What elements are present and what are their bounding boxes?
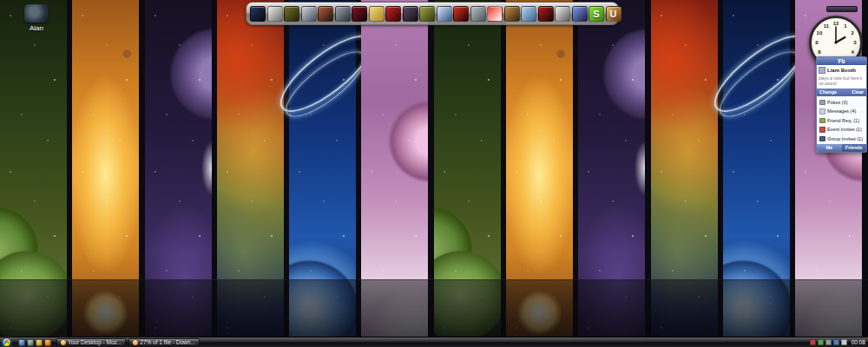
desktop-shortcut-alan[interactable]: Alan <box>14 4 59 32</box>
clock-numeral: 2 <box>851 30 853 36</box>
dock-icon-assassins-creed[interactable] <box>267 6 283 22</box>
change-button[interactable]: Change <box>819 89 837 95</box>
taskbar-window-button[interactable]: 27% of 1 file - Down... <box>128 338 200 347</box>
facebook-item-label: Event Invites (1) <box>827 127 862 132</box>
facebook-user-name: Liam Booth <box>827 68 856 73</box>
friend-icon <box>819 118 825 124</box>
shortcut-icon <box>24 4 49 23</box>
dock-icon-oblivion[interactable] <box>504 6 520 22</box>
firefox-icon <box>133 340 138 345</box>
system-tray: 00:08 <box>810 339 868 345</box>
group-icon <box>819 136 825 142</box>
taskbar: Your Desktop - Moz...27% of 1 file - Dow… <box>0 337 868 347</box>
taskbar-window-title: Your Desktop - Moz... <box>68 339 122 345</box>
facebook-list-item[interactable]: Friend Req. (1) <box>817 116 866 126</box>
quick-launch <box>18 339 51 346</box>
tab-friends[interactable]: Friends <box>842 144 867 152</box>
show-desktop-icon[interactable] <box>18 339 25 346</box>
taskbar-window-title: 27% of 1 file - Down... <box>140 339 195 345</box>
clock-numeral: 4 <box>851 49 853 55</box>
tray-volume-icon[interactable] <box>841 339 847 345</box>
facebook-list-item[interactable]: Event Invites (1) <box>817 125 866 134</box>
facebook-item-label: Friend Req. (1) <box>827 118 859 123</box>
dock-icon-mirrors-edge[interactable] <box>487 6 503 22</box>
avatar <box>819 67 825 74</box>
clock-numeral: 1 <box>844 23 846 29</box>
wallpaper-reflection <box>0 279 868 337</box>
facebook-list-item[interactable]: Group Invites (1) <box>817 134 866 144</box>
taskbar-windows: Your Desktop - Moz...27% of 1 file - Dow… <box>56 338 200 347</box>
dock-icon-olive-orb[interactable] <box>284 6 299 22</box>
tray-app-blue-icon[interactable] <box>833 339 839 345</box>
facebook-widget-title[interactable]: Fb <box>817 57 866 65</box>
clock-numeral: 3 <box>853 40 856 45</box>
facebook-item-label: Messages (4) <box>827 108 856 114</box>
clock-hour-hand <box>836 37 845 43</box>
shortcut-label: Alan <box>14 24 59 32</box>
facebook-item-label: Pokes (0) <box>827 100 848 105</box>
dock-icon-soldier[interactable] <box>419 6 435 22</box>
game-dock: SU <box>246 2 619 25</box>
event-icon <box>819 127 825 133</box>
dock-icon-hooded-figure[interactable] <box>403 6 418 22</box>
clock-center-pin <box>834 41 837 43</box>
clear-button[interactable]: Clear <box>852 89 864 95</box>
firefox-icon <box>61 340 66 345</box>
message-icon <box>819 108 825 115</box>
dock-icon-red-glow-disc[interactable] <box>538 6 554 22</box>
facebook-notifications-list: Pokes (0)Messages (4)Friend Req. (1)Even… <box>817 96 866 145</box>
tray-clock: 00:08 <box>852 339 865 345</box>
dock-icon-purple-orb[interactable] <box>572 6 588 22</box>
dock-icon-mass-effect[interactable] <box>470 6 486 22</box>
folder-icon[interactable] <box>36 339 43 346</box>
dock-icon-blue-globe[interactable] <box>521 6 536 22</box>
dock-icon-shooter-character[interactable] <box>318 6 333 22</box>
firefox-icon[interactable] <box>44 339 51 346</box>
tray-network-icon[interactable] <box>825 339 832 345</box>
tab-me[interactable]: Me <box>817 144 842 152</box>
dock-icon-unreal-tournament[interactable]: U <box>606 6 621 22</box>
dock-icon-red-eye[interactable] <box>453 6 469 22</box>
facebook-tabs: Me Friends <box>817 144 866 152</box>
facebook-widget: Fb Liam Booth plays a note but here's no… <box>816 56 867 153</box>
switch-windows-icon[interactable] <box>27 339 34 346</box>
dock-icon-cod-skull-disc[interactable] <box>335 6 351 22</box>
tray-app-green-icon[interactable] <box>818 339 824 345</box>
clock-numeral: 12 <box>833 21 839 26</box>
facebook-list-item[interactable]: Messages (4) <box>817 107 866 116</box>
facebook-status-text: plays a note but here's no sound <box>817 75 866 88</box>
dock-icon-gears-of-war[interactable] <box>385 6 401 22</box>
facebook-actions-bar: Change Clear <box>817 88 866 96</box>
taskbar-window-button[interactable]: Your Desktop - Moz... <box>56 338 126 347</box>
tray-app-red-icon[interactable] <box>810 339 816 345</box>
facebook-item-label: Group Invites (1) <box>827 136 863 141</box>
facebook-list-item[interactable]: Pokes (0) <box>817 98 866 108</box>
dock-icon-fallout-vault-boy[interactable] <box>369 6 385 22</box>
dock-icon-dark-red-disc[interactable] <box>352 6 367 22</box>
dock-icon-dark-knight[interactable] <box>250 6 266 22</box>
clock-numeral: 9 <box>815 40 818 45</box>
clock-widget-header[interactable] <box>826 6 858 12</box>
dock-icon-spore[interactable]: S <box>589 6 604 22</box>
dock-icon-splash-art[interactable] <box>437 6 452 22</box>
facebook-user-row[interactable]: Liam Booth <box>817 65 866 75</box>
dock-icon-skull-emblem[interactable] <box>301 6 317 22</box>
dock-icon-grey-banner[interactable] <box>555 6 570 22</box>
start-button[interactable] <box>2 337 11 347</box>
clock-numeral: 8 <box>818 49 820 55</box>
poke-icon <box>819 100 825 106</box>
clock-numeral: 10 <box>817 30 823 36</box>
desktop-screen: Alan SU 121234567891011 Fb Liam Booth pl… <box>0 0 868 347</box>
clock-numeral: 11 <box>824 23 829 29</box>
